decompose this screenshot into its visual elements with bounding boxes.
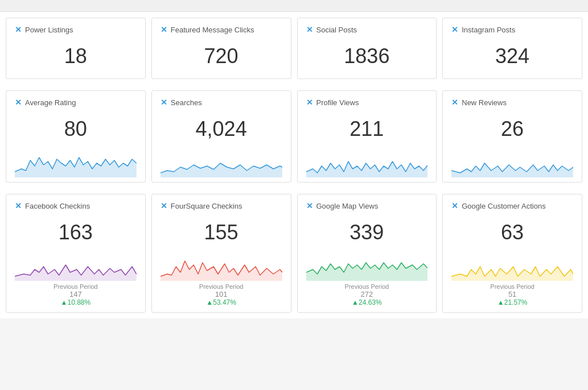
x-icon-new-reviews: ✕: [451, 98, 458, 107]
card-title-facebook-checkins: Facebook Checkins: [25, 202, 90, 210]
card-title-google-map-views: Google Map Views: [316, 202, 379, 210]
card-value-average-rating: 80: [15, 111, 137, 147]
prev-value-google-map-views: 272: [306, 290, 428, 298]
card-title-searches: Searches: [171, 98, 202, 107]
card-header-featured-message-clicks: ✕ Featured Message Clicks: [161, 25, 282, 34]
prev-period-label-foursquare-checkins: Previous Period: [161, 283, 282, 290]
x-icon-facebook-checkins: ✕: [15, 201, 22, 210]
card-title-profile-views: Profile Views: [316, 98, 359, 107]
svg-marker-4: [15, 265, 137, 281]
chart-profile-views: [306, 149, 428, 177]
chart-foursquare-checkins: [161, 252, 282, 281]
card-instagram-posts: ✕ Instagram Posts 324: [442, 18, 582, 79]
card-title-new-reviews: New Reviews: [462, 98, 507, 107]
card-value-searches: 4,024: [161, 111, 282, 147]
card-title-average-rating: Average Rating: [25, 98, 76, 107]
card-searches: ✕ Searches 4,024: [151, 90, 291, 182]
card-header-searches: ✕ Searches: [161, 98, 282, 107]
card-header-power-listings: ✕ Power Listings: [15, 25, 137, 34]
change-pct-facebook-checkins: ▲10.88%: [15, 298, 137, 306]
change-pct-foursquare-checkins: ▲53.47%: [161, 298, 282, 306]
card-header-new-reviews: ✕ New Reviews: [451, 98, 573, 107]
prev-value-google-customer-actions: 51: [451, 290, 573, 298]
x-icon-foursquare-checkins: ✕: [161, 201, 167, 210]
svg-marker-7: [451, 267, 573, 281]
card-header-google-map-views: ✕ Google Map Views: [306, 201, 428, 210]
card-title-instagram-posts: Instagram Posts: [462, 26, 515, 34]
card-google-map-views: ✕ Google Map Views 339 Previous Period 2…: [297, 194, 437, 313]
row1-grid: ✕ Power Listings 18 ✕ Featured Message C…: [0, 12, 588, 85]
banner: [0, 0, 588, 12]
card-title-social-posts: Social Posts: [316, 26, 357, 34]
card-new-reviews: ✕ New Reviews 26: [442, 90, 582, 182]
x-icon-social-posts: ✕: [306, 25, 313, 34]
card-value-new-reviews: 26: [451, 111, 573, 147]
card-foursquare-checkins: ✕ FourSquare Checkins 155 Previous Perio…: [151, 194, 291, 313]
card-value-google-customer-actions: 63: [451, 215, 573, 250]
chart-average-rating: [15, 149, 137, 177]
row3-grid: ✕ Facebook Checkins 163 Previous Period …: [0, 188, 588, 318]
card-value-power-listings: 18: [15, 39, 137, 74]
prev-period-label-google-customer-actions: Previous Period: [451, 283, 573, 290]
card-profile-views: ✕ Profile Views 211: [297, 90, 437, 182]
chart-google-map-views: [306, 252, 428, 281]
card-header-google-customer-actions: ✕ Google Customer Actions: [451, 201, 573, 210]
chart-google-customer-actions: [451, 252, 573, 281]
x-icon-average-rating: ✕: [15, 98, 22, 107]
card-value-google-map-views: 339: [306, 215, 428, 250]
prev-value-facebook-checkins: 147: [15, 290, 137, 298]
chart-facebook-checkins: [15, 252, 137, 281]
card-value-facebook-checkins: 163: [15, 215, 137, 250]
card-google-customer-actions: ✕ Google Customer Actions 63 Previous Pe…: [442, 194, 582, 313]
x-icon-profile-views: ✕: [306, 98, 313, 107]
svg-marker-6: [306, 263, 428, 281]
card-social-posts: ✕ Social Posts 1836: [297, 18, 437, 79]
card-title-power-listings: Power Listings: [25, 26, 73, 34]
card-title-featured-message-clicks: Featured Message Clicks: [171, 26, 254, 34]
card-average-rating: ✕ Average Rating 80: [6, 90, 146, 182]
x-icon-power-listings: ✕: [15, 25, 22, 34]
card-header-facebook-checkins: ✕ Facebook Checkins: [15, 201, 137, 210]
card-header-foursquare-checkins: ✕ FourSquare Checkins: [161, 201, 282, 210]
chart-searches: [161, 149, 282, 177]
prev-value-foursquare-checkins: 101: [161, 290, 282, 298]
card-title-google-customer-actions: Google Customer Actions: [462, 202, 545, 210]
x-icon-searches: ✕: [161, 98, 167, 107]
chart-new-reviews: [451, 149, 573, 177]
svg-marker-1: [161, 163, 282, 177]
prev-period-label-google-map-views: Previous Period: [306, 283, 428, 290]
svg-marker-0: [15, 157, 137, 177]
card-value-foursquare-checkins: 155: [161, 215, 282, 250]
x-icon-featured-message-clicks: ✕: [161, 25, 167, 34]
card-value-social-posts: 1836: [306, 39, 428, 74]
x-icon-google-map-views: ✕: [306, 201, 313, 210]
x-icon-google-customer-actions: ✕: [451, 201, 458, 210]
card-header-instagram-posts: ✕ Instagram Posts: [451, 25, 573, 34]
card-title-foursquare-checkins: FourSquare Checkins: [171, 202, 242, 210]
x-icon-instagram-posts: ✕: [451, 25, 458, 34]
card-value-instagram-posts: 324: [451, 39, 573, 74]
card-facebook-checkins: ✕ Facebook Checkins 163 Previous Period …: [6, 194, 146, 313]
card-featured-message-clicks: ✕ Featured Message Clicks 720: [151, 18, 291, 79]
card-header-average-rating: ✕ Average Rating: [15, 98, 137, 107]
card-header-social-posts: ✕ Social Posts: [306, 25, 428, 34]
card-power-listings: ✕ Power Listings 18: [6, 18, 146, 79]
change-pct-google-customer-actions: ▲21.57%: [451, 298, 573, 306]
card-value-profile-views: 211: [306, 111, 428, 147]
card-value-featured-message-clicks: 720: [161, 39, 282, 74]
card-header-profile-views: ✕ Profile Views: [306, 98, 428, 107]
change-pct-google-map-views: ▲24.63%: [306, 298, 428, 306]
prev-period-label-facebook-checkins: Previous Period: [15, 283, 137, 290]
page-wrapper: ✕ Power Listings 18 ✕ Featured Message C…: [0, 0, 588, 318]
row2-grid: ✕ Average Rating 80 ✕ Searches 4,024 ✕ P…: [0, 85, 588, 188]
